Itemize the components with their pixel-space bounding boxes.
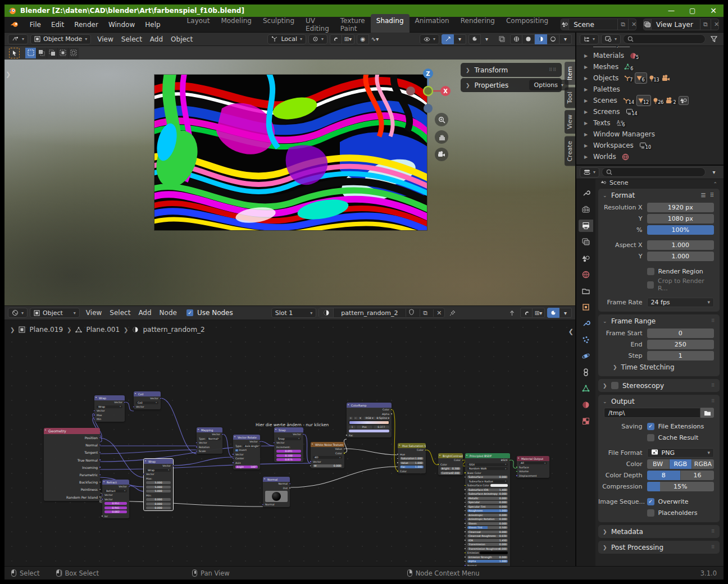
node-value-field[interactable]: Sheen Tint0.500: [467, 526, 508, 529]
node-value-field[interactable]: Fac1.000: [400, 466, 424, 468]
disclosure-icon[interactable]: ▶: [584, 132, 590, 137]
node-value-field[interactable]: Alpha1.000: [467, 560, 508, 563]
tweak-tool-button[interactable]: [9, 48, 20, 58]
input-socket[interactable]: [397, 453, 398, 455]
properties-options-dropdown[interactable]: ▾: [708, 167, 720, 177]
disclosure-icon[interactable]: ▶: [584, 154, 590, 159]
node-value-field[interactable]: Subsurface0.000: [467, 476, 508, 478]
minimize-button[interactable]: —: [668, 7, 675, 15]
node-value-field[interactable]: Emission Strength0.000: [467, 556, 508, 559]
input-socket[interactable]: [464, 552, 466, 554]
properties-tab-viewlayer[interactable]: [579, 236, 593, 248]
checkbox-crop-to-render-r-[interactable]: Crop to Render R...: [647, 277, 714, 292]
segment-16[interactable]: 16: [680, 471, 714, 480]
input-socket[interactable]: [397, 462, 398, 463]
snap-magnet-icon[interactable]: [330, 34, 342, 44]
input-socket[interactable]: [516, 471, 517, 472]
disclosure-icon[interactable]: ▶: [584, 110, 590, 115]
input-socket[interactable]: [397, 458, 398, 459]
disclosure-icon[interactable]: ▶: [584, 65, 590, 70]
transform-panel-header[interactable]: ❯Transform⠿⠿: [461, 63, 562, 77]
shader-menu-add[interactable]: Add: [134, 308, 155, 318]
node-value-field[interactable]: Transmission0.000: [467, 543, 508, 546]
output-socket[interactable]: [343, 452, 345, 454]
viewport-tab-create[interactable]: Create: [565, 136, 575, 166]
transform-orientation[interactable]: Local▾: [267, 34, 306, 44]
toolbar-expand-icon[interactable]: ❯: [6, 71, 11, 78]
shader-node-vector-rotate[interactable]: Vector RotateVectorType:Axis Angle▾✓Inve…: [233, 435, 260, 469]
shader-editor-type-button[interactable]: ▾: [8, 308, 28, 318]
input-socket[interactable]: [464, 518, 466, 520]
select-mode-invert[interactable]: [57, 48, 68, 58]
outliner-row-worlds[interactable]: ▶Worlds: [576, 151, 724, 162]
input-socket[interactable]: [464, 548, 466, 549]
folder-browse-button[interactable]: [700, 408, 714, 418]
output-socket[interactable]: [128, 486, 130, 487]
node-value-field[interactable]: 0.082: [104, 510, 127, 513]
shader-node-principled-bsdf[interactable]: Principled BSDFBSDFGGX▾Random Walk▾Base …: [465, 453, 510, 566]
value-field[interactable]: 250: [647, 340, 714, 349]
shader-menu-select[interactable]: Select: [106, 308, 134, 318]
output-socket[interactable]: [289, 483, 290, 485]
panel-checkbox[interactable]: [611, 382, 618, 389]
value-field[interactable]: 100%: [647, 225, 714, 235]
view-object-types-button[interactable]: ▾: [420, 34, 439, 44]
workspace-tab-uv-editing[interactable]: UV Editing: [300, 14, 335, 35]
output-path-field[interactable]: /tmp\: [604, 408, 700, 418]
input-socket[interactable]: [195, 450, 197, 452]
color-swatch[interactable]: [490, 484, 508, 487]
segment-rgba[interactable]: RGBA: [691, 459, 714, 469]
navigation-gizmo[interactable]: Z X: [401, 64, 455, 118]
shader-node-brightcontrast[interactable]: BrightContrastColorColorBright0.300Contr…: [438, 453, 463, 475]
disclosure-icon[interactable]: ▶: [584, 121, 590, 126]
checkbox-box[interactable]: [647, 281, 654, 289]
node-checkbox[interactable]: ✓Invert: [235, 449, 247, 451]
go-parent-node-icon[interactable]: [506, 308, 518, 318]
checkbox-placeholders[interactable]: Placeholders: [647, 509, 698, 517]
ramp-button[interactable]: ▾: [358, 417, 362, 419]
properties-tab-tool[interactable]: [579, 187, 593, 199]
panel-header-stereoscopy[interactable]: ❯Stereoscopy⠿: [598, 379, 720, 392]
input-socket[interactable]: [93, 410, 95, 412]
use-nodes-checkbox[interactable]: ✓Use Nodes: [186, 309, 233, 317]
value-field[interactable]: 1080 px: [647, 214, 714, 223]
checkbox-box[interactable]: [647, 509, 654, 517]
checkbox-box[interactable]: ✓: [235, 449, 238, 452]
outliner-display-mode[interactable]: ▾: [580, 34, 599, 44]
outliner-row-materials[interactable]: ▶Materials5: [576, 50, 724, 61]
scene-unlink-icon[interactable]: ✕: [628, 19, 636, 30]
outliner-row-workspaces[interactable]: ▶Workspaces10: [576, 140, 724, 151]
node-header[interactable]: Normal: [263, 477, 290, 482]
scene-copy-icon[interactable]: ⧉: [617, 19, 628, 30]
input-socket[interactable]: [464, 544, 466, 545]
node-value-field[interactable]: Value1.000: [400, 462, 424, 464]
input-socket[interactable]: [232, 458, 234, 459]
file-format-dropdown[interactable]: PNG▾: [647, 448, 714, 458]
proportional-falloff-icon[interactable]: ∿ ▾: [369, 34, 381, 44]
node-snap-target-button[interactable]: ⊞ ▾: [533, 308, 545, 318]
node-value-field[interactable]: Anisotropic Rotation0.000: [467, 518, 508, 521]
properties-tab-output[interactable]: [579, 220, 593, 232]
viewport-tab-view[interactable]: View: [565, 110, 575, 134]
node-value-field[interactable]: Saturation1.000: [400, 457, 424, 460]
node-dropdown[interactable]: Wrap▾: [146, 469, 171, 472]
breadcrumb-collapse-icon[interactable]: ⌃: [713, 181, 717, 187]
camera-view-button[interactable]: [435, 148, 448, 161]
ramp-pos-label[interactable]: Pos: [357, 426, 373, 428]
select-mode-extend[interactable]: [36, 48, 47, 58]
input-socket[interactable]: [262, 504, 263, 505]
shader-node-refract[interactable]: RefractVectorRefract▾VectorVector0.9510.…: [102, 480, 129, 518]
disclosure-icon[interactable]: ▶: [584, 53, 590, 58]
input-socket[interactable]: [101, 515, 103, 517]
ramp-gradient[interactable]: [349, 421, 389, 425]
node-header[interactable]: Refract: [102, 480, 129, 485]
shader-node-geometry[interactable]: GeometryPositionNormalTangentTrue Normal…: [44, 428, 100, 501]
node-dropdown[interactable]: Refract▾: [104, 490, 127, 492]
output-socket[interactable]: [124, 402, 125, 403]
input-socket[interactable]: [516, 474, 517, 476]
node-value-field[interactable]: Roughness1.000: [467, 509, 508, 512]
checkbox-overwrite[interactable]: ✓Overwrite: [647, 498, 689, 505]
input-socket[interactable]: [101, 494, 103, 496]
overlays-toggle[interactable]: [468, 34, 481, 44]
pin-icon[interactable]: [449, 308, 456, 318]
